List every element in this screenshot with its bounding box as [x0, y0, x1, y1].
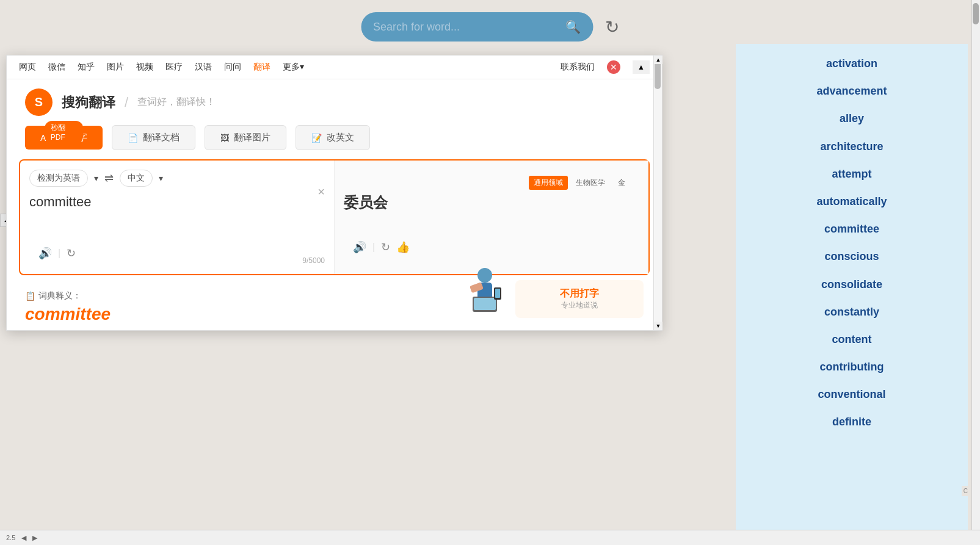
result-toolbar: 🔊 | ↻ 👍: [344, 236, 419, 259]
word-item-attempt[interactable]: attempt: [736, 161, 968, 188]
logo-icon: S: [25, 88, 53, 116]
translation-tabs: 秒翻PDF A 翻译文字 📄 翻译文档 🖼 翻译图片 📝 改英文: [7, 122, 662, 159]
nav-more[interactable]: 更多▾: [283, 62, 304, 73]
nav-webpage[interactable]: 网页: [19, 62, 36, 73]
promo-subtitle: 专业地道说: [524, 300, 634, 311]
tab-doc[interactable]: 📄 翻译文档: [112, 125, 195, 150]
word-item-definite[interactable]: definite: [736, 408, 968, 436]
nav-bar: 网页 微信 知乎 图片 视频 医疗 汉语 问问 翻译 更多▾ 联系我们 ✕ ▲: [7, 56, 662, 79]
bottom-right-arrow[interactable]: ▶: [32, 534, 37, 542]
nav-translate[interactable]: 翻译: [253, 62, 270, 73]
illustration-svg: [442, 263, 509, 318]
tab-img-icon: 🖼: [220, 133, 229, 143]
popup-scroll-down-button[interactable]: ▼: [654, 322, 662, 330]
result-audio-button[interactable]: 🔊: [353, 240, 366, 254]
scroll-up-button[interactable]: ▲: [633, 60, 650, 74]
nav-video[interactable]: 视频: [136, 62, 153, 73]
domain-tabs: 通用领域 生物医学 金: [529, 176, 630, 190]
domain-bio[interactable]: 生物医学: [571, 176, 610, 190]
toolbar-separator: |: [58, 248, 60, 259]
tab-en-label: 改英文: [327, 132, 354, 143]
tab-doc-icon: 📄: [128, 133, 138, 143]
word-item-alley[interactable]: alley: [736, 105, 968, 132]
popup-scroll-up-button[interactable]: ▲: [654, 56, 662, 64]
target-lang-button[interactable]: 中文: [120, 170, 153, 187]
pdf-badge: 秒翻PDF: [45, 121, 84, 143]
word-item-committee[interactable]: committee: [736, 215, 968, 243]
nav-medical[interactable]: 医疗: [165, 62, 183, 73]
translation-result-inner: 通用领域 生物医学 金 委员会 🔊 | ↻ 👍: [344, 170, 639, 265]
nav-image[interactable]: 图片: [107, 62, 124, 73]
input-text-display: committee: [29, 193, 325, 242]
nav-contact[interactable]: 联系我们: [561, 62, 595, 73]
tab-doc-label: 翻译文档: [143, 132, 180, 143]
nav-ask[interactable]: 问问: [224, 62, 241, 73]
translation-popup: 网页 微信 知乎 图片 视频 医疗 汉语 问问 翻译 更多▾ 联系我们 ✕ ▲ …: [6, 55, 662, 331]
clear-input-button[interactable]: ×: [318, 185, 325, 199]
source-lang-selector: 检测为英语 ▾ ⇌ 中文 ▾: [29, 170, 325, 187]
illustration-area: [442, 263, 509, 318]
page-scrollbar-track: [971, 0, 980, 530]
promo-title: 不用打字: [524, 287, 634, 300]
nav-zhihu[interactable]: 知乎: [78, 62, 95, 73]
word-item-conscious[interactable]: conscious: [736, 243, 968, 270]
search-container: 🔍: [361, 12, 593, 42]
input-refresh-button[interactable]: ↻: [67, 247, 76, 260]
tab-img[interactable]: 🖼 翻译图片: [205, 125, 286, 150]
svg-rect-6: [495, 289, 500, 298]
logo-slogan: 查词好，翻译快！: [137, 96, 216, 109]
refresh-button[interactable]: ↻: [605, 17, 619, 37]
translation-input-panel: 检测为英语 ▾ ⇌ 中文 ▾ committee × 🔊 | ↻ 9/5000: [20, 161, 335, 274]
word-item-advancement[interactable]: advancement: [736, 78, 968, 105]
word-item-automatically[interactable]: automatically: [736, 188, 968, 215]
csdn-text: C: [964, 488, 968, 494]
nav-wechat[interactable]: 微信: [48, 62, 65, 73]
close-button[interactable]: ✕: [607, 60, 620, 74]
word-item-content[interactable]: content: [736, 326, 968, 353]
dict-label-icon: 📋: [25, 291, 35, 301]
page-scrollbar-thumb[interactable]: [973, 3, 979, 24]
tab-text-wrapper: 秒翻PDF A 翻译文字: [25, 126, 103, 150]
logo-divider: /: [125, 95, 128, 110]
swap-languages-button[interactable]: ⇌: [104, 171, 114, 185]
logo-area: S 搜狗翻译 / 查词好，翻译快！: [7, 79, 662, 122]
bottom-left-arrow[interactable]: ◀: [21, 534, 26, 542]
brand-name: 搜狗翻译: [62, 93, 115, 112]
word-item-architecture[interactable]: architecture: [736, 133, 968, 161]
domain-finance[interactable]: 金: [613, 176, 630, 190]
target-dropdown-arrow-icon: ▾: [159, 173, 163, 183]
source-lang-button[interactable]: 检测为英语: [29, 170, 88, 187]
result-refresh-button[interactable]: ↻: [381, 240, 390, 254]
word-item-activation[interactable]: activation: [736, 50, 968, 78]
word-item-consolidate[interactable]: consolidate: [736, 271, 968, 298]
nav-chinese[interactable]: 汉语: [195, 62, 212, 73]
dict-label-text: 词典释义：: [38, 291, 81, 301]
svg-point-0: [477, 268, 492, 283]
audio-play-button[interactable]: 🔊: [38, 247, 52, 260]
top-search-area: 🔍 ↻: [361, 12, 619, 42]
result-separator: |: [372, 242, 375, 253]
bottom-bar: 2.5 ◀ ▶: [0, 530, 980, 545]
domain-general[interactable]: 通用领域: [529, 176, 568, 190]
search-button[interactable]: 🔍: [565, 20, 581, 34]
promo-box: 不用打字 专业地道说: [515, 280, 644, 318]
translation-area: 检测为英语 ▾ ⇌ 中文 ▾ committee × 🔊 | ↻ 9/5000 …: [19, 159, 650, 275]
result-like-button[interactable]: 👍: [396, 240, 410, 254]
word-item-conventional[interactable]: conventional: [736, 381, 968, 408]
tab-img-label: 翻译图片: [234, 132, 270, 143]
translation-result-panel: 通用领域 生物医学 金 委员会 🔊 | ↻ 👍: [335, 161, 648, 274]
tab-en-icon: 📝: [311, 133, 322, 143]
dropdown-arrow-icon: ▾: [94, 173, 98, 183]
word-item-contributing[interactable]: contributing: [736, 353, 968, 381]
result-text: 委员会: [344, 193, 639, 212]
svg-rect-4: [474, 298, 496, 310]
word-item-constantly[interactable]: constantly: [736, 298, 968, 326]
csdn-badge: C: [962, 486, 970, 496]
char-count: 9/5000: [302, 256, 325, 265]
input-toolbar: 🔊 | ↻: [29, 242, 325, 265]
search-input[interactable]: [373, 21, 565, 34]
popup-scrollbar-track: ▲ ▼: [653, 56, 662, 330]
zoom-level: 2.5: [6, 534, 15, 541]
tab-en[interactable]: 📝 改英文: [296, 125, 370, 150]
word-list-panel: activation advancement alley architectur…: [736, 44, 968, 545]
